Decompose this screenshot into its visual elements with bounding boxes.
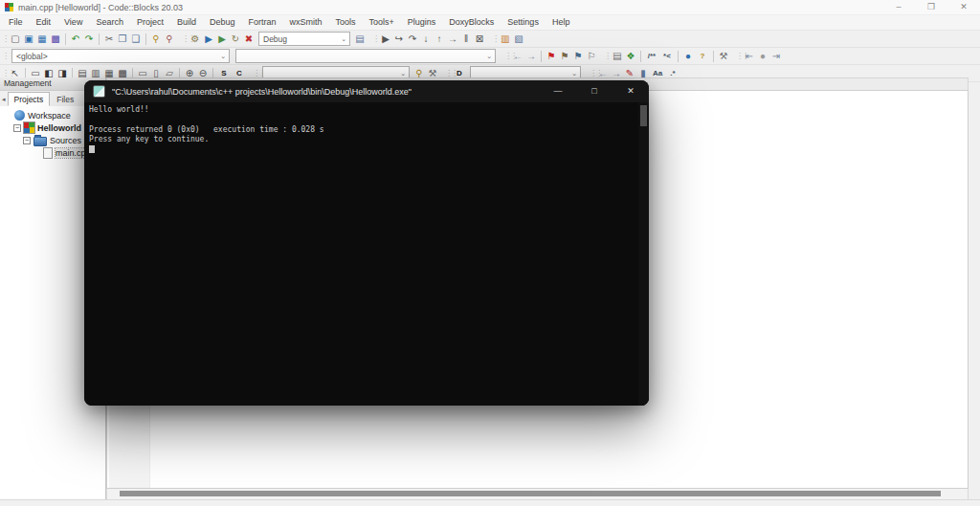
scope-combo[interactable]: <global>⌄	[11, 49, 230, 63]
next-line-icon[interactable]: ↷	[406, 32, 419, 46]
console-output[interactable]: Hello world!!Process returned 0 (0x0) ex…	[84, 102, 649, 406]
doxy-wizard-icon[interactable]: ❖	[624, 49, 637, 63]
run-to-cursor-icon[interactable]: ↪	[392, 32, 406, 46]
abort-build-icon[interactable]: ✖	[242, 32, 256, 46]
tab-files[interactable]: Files	[50, 92, 80, 106]
toolbar-row-1: ⋮⋮▢▣▦▩↶↷✂❐❑⚲⚲⋮⋮⚙▶▶↻✖Debug⌄▤⋮⋮▶↪↷↓↑→‖⊠⋮⋮▥…	[0, 31, 980, 48]
menu-edit[interactable]: Edit	[30, 15, 58, 30]
various-info-icon[interactable]: ▧	[512, 32, 525, 46]
menu-help[interactable]: Help	[546, 15, 577, 30]
console-minimize-button[interactable]: —	[540, 80, 576, 102]
toolbar-grip[interactable]: ⋮⋮	[2, 53, 7, 60]
expander-icon[interactable]: −	[13, 124, 21, 132]
function-combo[interactable]: ⌄	[235, 49, 496, 63]
menu-view[interactable]: View	[57, 15, 89, 30]
doxy-block-comment-icon[interactable]: /**	[644, 49, 659, 63]
jump-marker-icon[interactable]: ●	[756, 49, 769, 63]
toolbar-grip[interactable]: ⋮⋮	[445, 70, 450, 77]
new-file-icon[interactable]: ▢	[9, 32, 22, 46]
toolbar-separator	[640, 51, 641, 62]
open-file-icon[interactable]: ▣	[22, 32, 35, 46]
toolbar-grip[interactable]: ⋮⋮	[590, 70, 594, 77]
replace-icon[interactable]: ⚲	[163, 32, 176, 46]
doxy-run-chm-icon[interactable]: ?	[695, 49, 710, 63]
doxy-line-comment-icon[interactable]: *<	[659, 49, 675, 63]
menu-file[interactable]: File	[2, 15, 30, 30]
workspace-icon	[14, 110, 25, 121]
toolbar-grip[interactable]: ⋮⋮	[182, 35, 187, 43]
codeblocks-project-icon	[24, 122, 34, 133]
nav-back-icon[interactable]: ←	[511, 49, 524, 63]
build-icon[interactable]: ⚙	[189, 32, 202, 46]
console-close-button[interactable]: ✕	[612, 80, 649, 102]
console-window[interactable]: "C:\Users\rahul\Documents\c++ projects\H…	[84, 80, 649, 406]
menu-debug[interactable]: Debug	[203, 15, 242, 30]
console-scrollbar-thumb[interactable]	[640, 105, 647, 126]
tab-projects[interactable]: Projects	[8, 92, 51, 106]
toolbar-grip[interactable]: ⋮⋮	[253, 70, 257, 77]
tab-scroll-left-icon[interactable]: ◂	[0, 96, 8, 106]
chevron-down-icon[interactable]: ⌄	[338, 35, 349, 43]
find-icon[interactable]: ⚲	[149, 32, 163, 46]
save-file-icon[interactable]: ▦	[35, 32, 49, 46]
step-out-icon[interactable]: ↑	[433, 32, 446, 46]
toggle-bookmark-icon[interactable]: ⚑	[545, 49, 558, 63]
show-build-messages-icon[interactable]: ▤	[353, 32, 367, 46]
menu-settings[interactable]: Settings	[501, 15, 546, 30]
run-icon[interactable]: ▶	[202, 32, 215, 46]
chevron-down-icon[interactable]: ⌄	[483, 53, 495, 60]
doxy-settings-icon[interactable]: ⚒	[717, 49, 730, 63]
menu-doxyblocks[interactable]: DoxyBlocks	[442, 15, 501, 30]
debugging-windows-icon[interactable]: ▥	[499, 32, 512, 46]
menu-wxsmith[interactable]: wxSmith	[283, 15, 329, 30]
build-and-run-icon[interactable]: ▶	[215, 32, 229, 46]
rebuild-icon[interactable]: ↻	[229, 32, 242, 46]
chevron-down-icon[interactable]: ⌄	[568, 70, 580, 77]
chevron-down-icon[interactable]: ⌄	[217, 53, 229, 60]
pause-debugger-icon[interactable]: ‖	[459, 32, 473, 46]
menu-project[interactable]: Project	[130, 15, 170, 30]
toolbar-grip[interactable]: ⋮⋮	[2, 70, 7, 77]
previous-bookmark-icon[interactable]: ⚑	[558, 49, 571, 63]
paste-icon[interactable]: ❑	[129, 32, 143, 46]
toolbar-grip[interactable]: ⋮⋮	[736, 53, 741, 60]
next-instruction-icon[interactable]: →	[446, 32, 459, 46]
console-maximize-button[interactable]: □	[576, 80, 612, 102]
menu-plugins[interactable]: Plugins	[401, 15, 443, 30]
doxy-run-html-icon[interactable]: ●	[681, 49, 695, 63]
save-all-files-icon[interactable]: ▩	[49, 32, 62, 46]
menu-tools[interactable]: Tools	[329, 15, 363, 30]
scope-combo-value: <global>	[16, 52, 48, 61]
scrollbar-thumb[interactable]	[120, 491, 941, 496]
toolbar-grip[interactable]: ⋮⋮	[2, 35, 7, 43]
console-vertical-scrollbar[interactable]	[638, 102, 649, 406]
toolbar-grip[interactable]: ⋮⋮	[372, 35, 377, 43]
console-titlebar[interactable]: "C:\Users\rahul\Documents\c++ projects\H…	[84, 80, 649, 102]
doxy-extract-docs-icon[interactable]: ▤	[611, 49, 624, 63]
toolbar-grip[interactable]: ⋮⋮	[492, 35, 497, 43]
debug-continue-icon[interactable]: ▶	[379, 32, 392, 46]
redo-icon[interactable]: ↷	[82, 32, 96, 46]
build-target-combo[interactable]: Debug⌄	[258, 32, 350, 46]
minimize-button[interactable]: –	[882, 0, 915, 14]
chevron-down-icon[interactable]: ⌄	[397, 70, 409, 77]
menu-fortran[interactable]: Fortran	[241, 15, 282, 30]
copy-icon[interactable]: ❐	[116, 32, 129, 46]
menu-build[interactable]: Build	[170, 15, 203, 30]
menu-search[interactable]: Search	[89, 15, 130, 30]
toolbar-grip[interactable]: ⋮⋮	[604, 53, 609, 60]
restore-button[interactable]: ❐	[915, 0, 947, 14]
nav-forward-icon[interactable]: →	[524, 49, 538, 63]
toolbar-grip[interactable]: ⋮⋮	[504, 53, 509, 60]
jump-forward-icon[interactable]: ⇥	[769, 49, 783, 63]
menu-tools[interactable]: Tools+	[363, 15, 401, 30]
stop-debugger-icon[interactable]: ⊠	[473, 32, 486, 46]
next-bookmark-icon[interactable]: ⚑	[571, 49, 585, 63]
jump-back-icon[interactable]: ⇤	[743, 49, 756, 63]
clear-bookmarks-icon[interactable]: ⚐	[585, 49, 598, 63]
step-into-icon[interactable]: ↓	[419, 32, 433, 46]
undo-icon[interactable]: ↶	[69, 32, 82, 46]
cut-icon[interactable]: ✂	[102, 32, 116, 46]
expander-icon[interactable]: −	[23, 137, 31, 144]
close-button[interactable]: ✕	[947, 0, 980, 14]
